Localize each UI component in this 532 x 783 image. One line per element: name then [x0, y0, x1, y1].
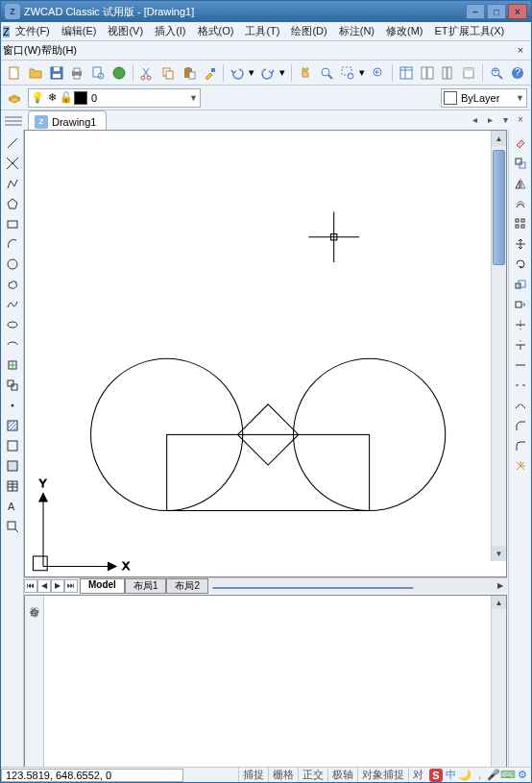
drawing-canvas[interactable]: X Y ▲ ▼ [24, 130, 507, 577]
addselected-tool[interactable] [3, 517, 22, 536]
paste-button[interactable] [180, 63, 199, 83]
doc-tab-drawing1[interactable]: Z Drawing1 [28, 110, 107, 130]
mirror-tool[interactable] [511, 174, 530, 193]
explode-tool[interactable] [511, 456, 530, 476]
revcloud-tool[interactable] [3, 275, 22, 294]
sheet-nav-next[interactable]: ▶ [51, 579, 64, 593]
arc-tool[interactable] [3, 234, 22, 254]
status-osnap[interactable]: 对象捕捉 [357, 768, 408, 783]
menu-dimension[interactable]: 标注(N) [333, 22, 380, 40]
canvas-vscrollbar[interactable]: ▲ ▼ [491, 131, 506, 561]
make-block-tool[interactable] [3, 376, 22, 395]
menu-draw[interactable]: 绘图(D) [285, 22, 332, 40]
circle-tool[interactable] [3, 255, 22, 274]
vscroll-up[interactable]: ▲ [492, 131, 506, 146]
command-vscrollbar[interactable]: ▲ ▼ [491, 596, 506, 783]
menu-view[interactable]: 视图(V) [102, 22, 149, 40]
menu-window[interactable]: 窗口(W) [3, 43, 41, 58]
save-button[interactable] [47, 63, 66, 83]
print-preview-button[interactable] [88, 63, 108, 83]
open-button[interactable] [26, 63, 45, 83]
undo-button[interactable] [228, 63, 247, 83]
menu-help[interactable]: 帮助(H) [41, 43, 77, 58]
menu-insert[interactable]: 插入(I) [149, 22, 191, 40]
menu-file[interactable]: 文件(F) [10, 22, 56, 40]
maximize-button[interactable]: □ [487, 4, 506, 19]
tray-lang-icon[interactable]: 中 [444, 769, 457, 782]
cut-button[interactable] [137, 63, 157, 83]
break-point-tool[interactable] [511, 355, 530, 375]
fillet-tool[interactable] [511, 436, 530, 455]
hscroll-thumb[interactable] [212, 587, 414, 589]
toolbar-grip[interactable] [5, 112, 22, 130]
match-props-button[interactable] [201, 63, 220, 83]
cmd-scroll-up[interactable]: ▲ [492, 596, 506, 609]
doc-nav-next[interactable]: ▸ [483, 112, 496, 126]
sheet-tab-model[interactable]: Model [80, 578, 125, 594]
extend-tool[interactable] [511, 335, 530, 355]
sheet-tab-layout2[interactable]: 布局2 [166, 578, 208, 594]
table-tool[interactable] [3, 477, 22, 496]
sheet-set-button[interactable] [459, 63, 478, 83]
status-coords[interactable]: 123.5819, 648.6552, 0 [1, 769, 183, 782]
xline-tool[interactable] [3, 154, 22, 173]
move-tool[interactable] [511, 234, 530, 254]
mdi-close-button[interactable]: × [514, 43, 527, 57]
command-panel-grip[interactable]: 命令行 [25, 596, 44, 783]
offset-tool[interactable] [511, 194, 530, 213]
ellipse-tool[interactable] [3, 315, 22, 334]
break-tool[interactable] [511, 376, 530, 395]
copy-button[interactable] [158, 63, 178, 83]
zoom-realtime-button[interactable] [317, 63, 336, 83]
new-button[interactable] [5, 63, 24, 83]
sheet-nav-first[interactable]: ⏮ [24, 579, 37, 593]
color-combo[interactable]: ByLayer ▼ [441, 88, 527, 108]
polyline-tool[interactable] [3, 174, 22, 193]
menu-tools[interactable]: 工具(T) [239, 22, 285, 40]
region-tool[interactable] [3, 456, 22, 476]
help-button[interactable]: ? [508, 63, 527, 83]
sheet-nav-last[interactable]: ⏭ [64, 579, 78, 593]
ellipse-arc-tool[interactable] [3, 335, 22, 355]
erase-tool[interactable] [511, 134, 530, 153]
tray-mic-icon[interactable]: 🎤 [487, 769, 500, 782]
status-otrack[interactable]: 对 [408, 768, 427, 783]
doc-nav-close[interactable]: × [514, 112, 527, 126]
properties-button[interactable] [397, 63, 416, 83]
vscroll-thumb[interactable] [493, 150, 505, 265]
spline-tool[interactable] [3, 295, 22, 314]
status-snap[interactable]: 捕捉 [238, 768, 268, 783]
mtext-tool[interactable]: A [3, 497, 22, 516]
zoom-dropdown[interactable]: ▾ [357, 63, 367, 83]
chamfer-tool[interactable] [511, 416, 530, 435]
redo-dropdown[interactable]: ▾ [278, 63, 287, 83]
close-button[interactable]: × [508, 4, 527, 19]
pan-button[interactable] [296, 63, 315, 83]
tray-moon-icon[interactable]: 🌙 [458, 769, 472, 782]
hatch-tool[interactable] [3, 416, 22, 435]
doc-nav-menu[interactable]: ▾ [498, 112, 512, 126]
status-polar[interactable]: 极轴 [327, 768, 357, 783]
redo-button[interactable] [258, 63, 278, 83]
rotate-tool[interactable] [511, 255, 530, 274]
vscroll-down[interactable]: ▼ [492, 546, 506, 561]
menu-format[interactable]: 格式(O) [192, 22, 240, 40]
zoom-window-button[interactable] [338, 63, 357, 83]
sheet-nav-prev[interactable]: ◀ [37, 579, 51, 593]
sheet-tab-layout1[interactable]: 布局1 [125, 578, 167, 594]
join-tool[interactable] [511, 396, 530, 415]
rectangle-tool[interactable] [3, 214, 22, 233]
point-tool[interactable] [3, 396, 22, 415]
scale-tool[interactable] [511, 275, 530, 294]
tool-palettes-button[interactable] [439, 63, 458, 83]
publish-button[interactable] [109, 63, 129, 83]
print-button[interactable] [68, 63, 87, 83]
status-ortho[interactable]: 正交 [298, 768, 327, 783]
layer-props-button[interactable] [5, 88, 24, 108]
line-tool[interactable] [3, 134, 22, 153]
menu-modify[interactable]: 修改(M) [380, 22, 429, 40]
tray-ime-icon[interactable]: S [429, 769, 443, 782]
array-tool[interactable] [511, 214, 530, 233]
menu-et[interactable]: ET扩展工具(X) [429, 22, 511, 40]
design-center-button[interactable] [418, 63, 437, 83]
